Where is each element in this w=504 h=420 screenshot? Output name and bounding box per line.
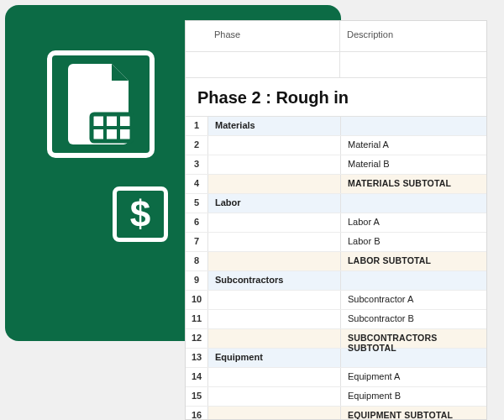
phase-title-row: Phase 2 : Rough in (186, 78, 486, 117)
row-number: 11 (186, 310, 208, 328)
table-row[interactable]: 4MATERIALS SUBTOTAL (186, 175, 486, 194)
row-number: 15 (186, 387, 208, 406)
cell-phase[interactable] (208, 233, 341, 251)
cell-phase[interactable]: Labor (208, 194, 341, 213)
filter-row (186, 52, 486, 78)
cell-phase[interactable] (208, 387, 341, 406)
cell-description[interactable]: Material B (341, 155, 486, 174)
table-row[interactable]: 7Labor B (186, 233, 486, 252)
cell-phase[interactable] (208, 291, 341, 309)
spreadsheet: Phase Description Phase 2 : Rough in 1Ma… (185, 20, 487, 420)
row-number: 16 (186, 407, 208, 420)
table-row[interactable]: 16EQUIPMENT SUBTOTAL (186, 407, 486, 420)
column-header-description: Description (340, 21, 486, 51)
table-row[interactable]: 8LABOR SUBTOTAL (186, 252, 486, 271)
cell-phase[interactable]: Materials (208, 117, 341, 135)
cell-description[interactable] (341, 349, 486, 367)
cell-description[interactable]: Equipment B (341, 387, 486, 406)
row-number: 7 (186, 233, 208, 251)
cell-phase[interactable] (208, 213, 341, 232)
table-row[interactable]: 12SUBCONTRACTORS SUBTOTAL (186, 329, 486, 349)
table-row[interactable]: 5Labor (186, 194, 486, 213)
cell-phase[interactable] (208, 310, 341, 328)
file-spreadsheet-icon (47, 50, 155, 158)
table-row[interactable]: 1Materials (186, 117, 486, 136)
table-row[interactable]: 6Labor A (186, 213, 486, 233)
row-number: 4 (186, 175, 208, 193)
cell-description[interactable]: EQUIPMENT SUBTOTAL (341, 407, 486, 420)
cell-phase[interactable]: Subcontractors (208, 271, 341, 290)
row-number: 10 (186, 291, 208, 309)
row-number: 6 (186, 213, 208, 232)
cell-description[interactable]: Subcontractor A (341, 291, 486, 309)
table-row[interactable]: 2Material A (186, 136, 486, 155)
table-row[interactable]: 9Subcontractors (186, 271, 486, 291)
table-row[interactable]: 14Equipment A (186, 368, 486, 387)
table-row[interactable]: 15Equipment B (186, 387, 486, 407)
cell-phase[interactable] (208, 136, 341, 155)
cell-description[interactable]: Labor A (341, 213, 486, 232)
cell-phase[interactable] (208, 155, 341, 174)
row-number: 14 (186, 368, 208, 386)
cell-phase[interactable]: Equipment (208, 349, 341, 367)
table-row[interactable]: 13Equipment (186, 349, 486, 368)
table-row[interactable]: 3Material B (186, 155, 486, 175)
cell-description[interactable]: LABOR SUBTOTAL (341, 252, 486, 270)
cell-description[interactable] (341, 117, 486, 135)
cell-phase[interactable] (208, 252, 341, 270)
cell-description[interactable]: SUBCONTRACTORS SUBTOTAL (341, 329, 486, 348)
cell-phase[interactable] (208, 329, 341, 348)
cell-description[interactable] (341, 271, 486, 290)
cell-phase[interactable] (208, 407, 341, 420)
row-number: 8 (186, 252, 208, 270)
row-number: 9 (186, 271, 208, 290)
row-number: 2 (186, 136, 208, 155)
cell-phase[interactable] (208, 175, 341, 193)
row-number: 3 (186, 155, 208, 174)
column-header-phase: Phase (207, 21, 340, 51)
row-number: 12 (186, 329, 208, 348)
data-rows: 1Materials2Material A3Material B4MATERIA… (186, 117, 486, 420)
dollar-icon: $ (113, 186, 168, 242)
row-number: 5 (186, 194, 208, 213)
cell-description[interactable]: Subcontractor B (341, 310, 486, 328)
cell-description[interactable]: MATERIALS SUBTOTAL (341, 175, 486, 193)
cell-description[interactable]: Labor B (341, 233, 486, 251)
phase-title: Phase 2 : Rough in (197, 88, 349, 107)
table-row[interactable]: 10Subcontractor A (186, 291, 486, 310)
row-number: 13 (186, 349, 208, 367)
table-row[interactable]: 11Subcontractor B (186, 310, 486, 329)
cell-description[interactable] (341, 194, 486, 213)
column-header-row: Phase Description (186, 21, 486, 52)
cell-description[interactable]: Equipment A (341, 368, 486, 386)
cell-description[interactable]: Material A (341, 136, 486, 155)
cell-phase[interactable] (208, 368, 341, 386)
column-header-rownum (186, 21, 207, 51)
row-number: 1 (186, 117, 208, 135)
